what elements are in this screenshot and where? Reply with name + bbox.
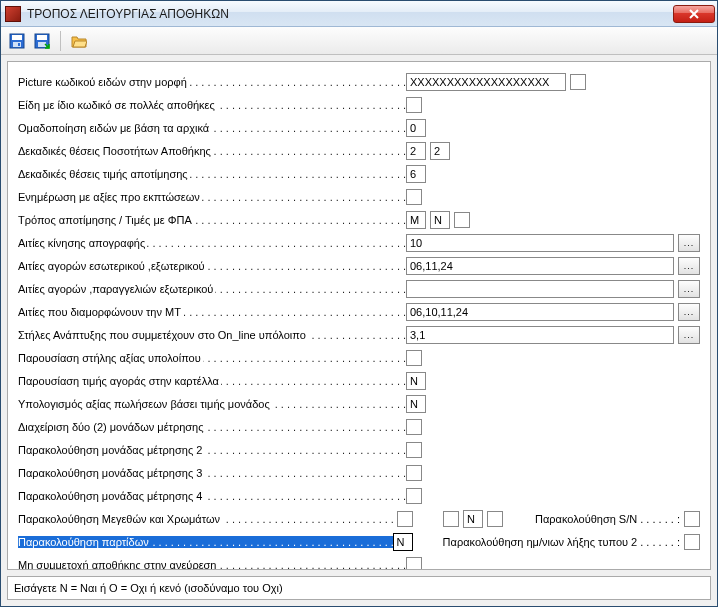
label-qty-decimals: Δεκαδικές θέσεις Ποσοτήτων Αποθήκης: [18, 145, 213, 157]
lookup-foreign-purchase[interactable]: ...: [678, 280, 700, 298]
app-icon: [5, 6, 21, 22]
label-exclude-search: Μη συμμετοχή αποθήκης στην ανεύρεση: [18, 559, 218, 571]
row-unit3: Παρακολούθηση μονάδας μέτρησης 3: [18, 461, 700, 484]
svg-rect-5: [37, 35, 47, 40]
checkbox-sizes-colors-3[interactable]: [487, 511, 503, 527]
checkbox-sizes-colors[interactable]: [397, 511, 413, 527]
input-purchase-reasons[interactable]: [406, 257, 674, 275]
checkbox-pre-discount[interactable]: [406, 189, 422, 205]
label-pre-discount: Ενημέρωση με αξίες προ εκπτώσεων: [18, 191, 202, 203]
row-grouping: Ομαδοποίηση ειδών με βάση τα αρχικά: [18, 116, 700, 139]
checkbox-same-code[interactable]: [406, 97, 422, 113]
input-price-decimals[interactable]: [406, 165, 426, 183]
input-foreign-purchase[interactable]: [406, 280, 674, 298]
checkbox-sizes-colors-2[interactable]: [443, 511, 459, 527]
lookup-purchase-reasons[interactable]: ...: [678, 257, 700, 275]
input-mt-reasons[interactable]: [406, 303, 674, 321]
checkbox-picture-code[interactable]: [570, 74, 586, 90]
row-foreign-purchase: Αιτίες αγορών ,παραγγελιών εξωτερικού ..…: [18, 277, 700, 300]
input-online-balance[interactable]: [406, 326, 674, 344]
row-price-decimals: Δεκαδικές θέσεις τιμής αποτίμησης: [18, 162, 700, 185]
save-icon: [34, 33, 50, 49]
save-as-button[interactable]: [32, 31, 52, 51]
label-sales-value-calc: Υπολογισμός αξίας πωλήσεων βάσει τιμής μ…: [18, 398, 272, 410]
label-balance-value-col: Παρουσίαση στήλης αξίας υπολοίπου: [18, 352, 203, 364]
label-valuation: Τρόπος αποτίμησης / Τιμές με ΦΠΑ: [18, 214, 194, 226]
label-sn-tracking: Παρακολούθηση S/N: [535, 513, 680, 525]
checkbox-expiry-tracking[interactable]: [684, 534, 700, 550]
label-price-decimals: Δεκαδικές θέσεις τιμής αποτίμησης: [18, 168, 190, 180]
open-button[interactable]: [69, 31, 89, 51]
input-purchase-price-card[interactable]: [406, 372, 426, 390]
toolbar-divider: [60, 31, 61, 51]
label-same-code: Είδη με ίδιο κωδικό σε πολλές αποθήκες: [18, 99, 217, 111]
label-purchase-price-card: Παρουσίαση τιμής αγοράς στην καρτέλλα: [18, 375, 221, 387]
label-unit2: Παρακολούθηση μονάδας μέτρησης 2: [18, 444, 204, 456]
row-balance-value-col: Παρουσίαση στήλης αξίας υπολοίπου: [18, 346, 700, 369]
input-qty-decimals-2[interactable]: [430, 142, 450, 160]
save-icon: [9, 33, 25, 49]
label-inventory-reasons: Αιτίες κίνησης απογραφής: [18, 237, 147, 249]
close-icon: [689, 9, 699, 19]
row-two-units: Διαχείριση δύο (2) μονάδων μέτρησης: [18, 415, 700, 438]
titlebar[interactable]: ΤΡΟΠΟΣ ΛΕΙΤΟΥΡΓΙΑΣ ΑΠΟΘΗΚΩΝ: [1, 1, 717, 27]
row-mt-reasons: Αιτίες που διαμορφώνουν την ΜΤ ...: [18, 300, 700, 323]
row-purchase-price-card: Παρουσίαση τιμής αγοράς στην καρτέλλα: [18, 369, 700, 392]
row-qty-decimals: Δεκαδικές θέσεις Ποσοτήτων Αποθήκης: [18, 139, 700, 162]
toolbar: [1, 27, 717, 55]
input-grouping[interactable]: [406, 119, 426, 137]
checkbox-unit4[interactable]: [406, 488, 422, 504]
status-text: Εισάγετε Ν = Ναι ή Ο = Οχι ή κενό (ισοδύ…: [14, 582, 283, 594]
svg-rect-3: [18, 43, 20, 46]
row-unit2: Παρακολούθηση μονάδας μέτρησης 2: [18, 438, 700, 461]
lookup-inventory-reasons[interactable]: ...: [678, 234, 700, 252]
folder-open-icon: [71, 33, 87, 49]
row-same-code: Είδη με ίδιο κωδικό σε πολλές αποθήκες: [18, 93, 700, 116]
window-title: ΤΡΟΠΟΣ ΛΕΙΤΟΥΡΓΙΑΣ ΑΠΟΘΗΚΩΝ: [27, 7, 673, 21]
checkbox-unit2[interactable]: [406, 442, 422, 458]
label-unit3: Παρακολούθηση μονάδας μέτρησης 3: [18, 467, 204, 479]
label-two-units: Διαχείριση δύο (2) μονάδων μέτρησης: [18, 421, 206, 433]
row-purchase-reasons: Αιτίες αγορών εσωτερικού ,εξωτερικού ...: [18, 254, 700, 277]
row-exclude-search: Μη συμμετοχή αποθήκης στην ανεύρεση: [18, 553, 700, 570]
svg-rect-1: [12, 35, 22, 40]
row-pre-discount: Ενημέρωση με αξίες προ εκπτώσεων: [18, 185, 700, 208]
label-purchase-reasons: Αιτίες αγορών εσωτερικού ,εξωτερικού: [18, 260, 207, 272]
lookup-online-balance[interactable]: ...: [678, 326, 700, 344]
checkbox-unit3[interactable]: [406, 465, 422, 481]
checkbox-valuation[interactable]: [454, 212, 470, 228]
input-valuation-2[interactable]: [430, 211, 450, 229]
label-unit4: Παρακολούθηση μονάδας μέτρησης 4: [18, 490, 204, 502]
form-panel: Picture κωδικού ειδών στην μορφή Είδη με…: [7, 61, 711, 570]
label-sizes-colors: Παρακολούθηση Μεγεθών και Χρωμάτων: [18, 513, 222, 525]
checkbox-two-units[interactable]: [406, 419, 422, 435]
label-mt-reasons: Αιτίες που διαμορφώνουν την ΜΤ: [18, 306, 183, 318]
label-picture-code: Picture κωδικού ειδών στην μορφή: [18, 76, 189, 88]
row-sizes-colors: Παρακολούθηση Μεγεθών και Χρωμάτων Παρακ…: [18, 507, 700, 530]
input-inventory-reasons[interactable]: [406, 234, 674, 252]
save-button[interactable]: [7, 31, 27, 51]
row-inventory-reasons: Αιτίες κίνησης απογραφής ...: [18, 231, 700, 254]
app-window: ΤΡΟΠΟΣ ΛΕΙΤΟΥΡΓΙΑΣ ΑΠΟΘΗΚΩΝ: [0, 0, 718, 607]
row-picture-code: Picture κωδικού ειδών στην μορφή: [18, 70, 700, 93]
input-batches[interactable]: [393, 533, 413, 551]
label-batches: Παρακολούθηση παρτίδων: [18, 536, 151, 548]
checkbox-sn-tracking[interactable]: [684, 511, 700, 527]
checkbox-balance-value-col[interactable]: [406, 350, 422, 366]
checkbox-exclude-search[interactable]: [406, 557, 422, 571]
input-valuation-1[interactable]: [406, 211, 426, 229]
statusbar: Εισάγετε Ν = Ναι ή Ο = Οχι ή κενό (ισοδύ…: [7, 576, 711, 600]
lookup-mt-reasons[interactable]: ...: [678, 303, 700, 321]
label-grouping: Ομαδοποίηση ειδών με βάση τα αρχικά: [18, 122, 211, 134]
close-button[interactable]: [673, 5, 715, 23]
row-online-balance: Στήλες Ανάπτυξης που συμμετέχουν στο On_…: [18, 323, 700, 346]
row-batches: Παρακολούθηση παρτίδων Παρακολούθηση ημ/…: [18, 530, 700, 553]
input-sizes-colors[interactable]: [463, 510, 483, 528]
input-sales-value-calc[interactable]: [406, 395, 426, 413]
row-unit4: Παρακολούθηση μονάδας μέτρησης 4: [18, 484, 700, 507]
input-qty-decimals-1[interactable]: [406, 142, 426, 160]
input-picture-code[interactable]: [406, 73, 566, 91]
label-expiry-tracking: Παρακολούθηση ημ/νιων λήξης τυπου 2: [443, 536, 680, 548]
label-foreign-purchase: Αιτίες αγορών ,παραγγελιών εξωτερικού: [18, 283, 215, 295]
label-online-balance: Στήλες Ανάπτυξης που συμμετέχουν στο On_…: [18, 329, 308, 341]
